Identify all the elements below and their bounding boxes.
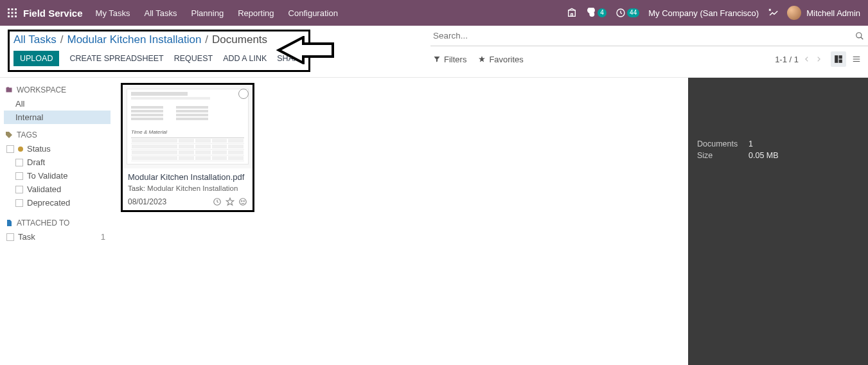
- checkbox[interactable]: [15, 159, 23, 166]
- tag-to-validate[interactable]: To Validate: [4, 169, 111, 182]
- list-view-button[interactable]: [849, 51, 864, 67]
- svg-rect-9: [569, 10, 576, 16]
- tag-dot-icon: [18, 147, 23, 152]
- svg-point-17: [240, 199, 247, 206]
- tags-section-header: TAGS: [4, 130, 111, 139]
- workspace-all[interactable]: All: [4, 97, 111, 111]
- workspace-internal[interactable]: Internal: [4, 111, 111, 124]
- svg-rect-6: [8, 15, 10, 17]
- checkbox[interactable]: [15, 199, 23, 207]
- svg-point-19: [244, 200, 244, 201]
- messaging-icon[interactable]: 4: [586, 8, 607, 18]
- star-icon[interactable]: [226, 197, 235, 206]
- menu-reporting[interactable]: Reporting: [238, 8, 274, 18]
- favorites-button[interactable]: Favorites: [478, 55, 523, 64]
- svg-point-12: [856, 32, 862, 37]
- panel-documents-label: Documents: [697, 139, 748, 148]
- breadcrumb: All Tasks / Modular Kitchen Installation…: [13, 33, 305, 46]
- arrow-annotation-icon: [276, 36, 334, 64]
- document-title: Modular Kitchen Installation.pdf: [128, 172, 247, 182]
- activities-icon[interactable]: 44: [616, 8, 639, 18]
- panel-size-value: 0.05 MB: [748, 151, 779, 160]
- messaging-badge: 4: [598, 8, 607, 17]
- checkbox[interactable]: [6, 233, 14, 241]
- svg-rect-3: [8, 12, 10, 14]
- sidebar: WORKSPACE All Internal TAGS Status Draft…: [0, 78, 114, 365]
- kanban-view-button[interactable]: [831, 51, 846, 67]
- svg-rect-0: [8, 8, 10, 10]
- pager-next[interactable]: [815, 55, 822, 63]
- breadcrumb-task[interactable]: Modular Kitchen Installation: [67, 33, 202, 46]
- pager: 1-1 / 1: [775, 55, 822, 64]
- svg-point-18: [242, 200, 242, 201]
- checkbox[interactable]: [6, 145, 14, 153]
- tag-validated[interactable]: Validated: [4, 182, 111, 196]
- owner-icon[interactable]: [238, 197, 247, 206]
- svg-rect-8: [15, 15, 17, 17]
- svg-rect-5: [15, 12, 17, 14]
- request-button[interactable]: REQUEST: [174, 54, 213, 63]
- workspace-section-header: WORKSPACE: [4, 85, 111, 94]
- svg-rect-10: [571, 13, 573, 16]
- menu-configuration[interactable]: Configuration: [288, 8, 338, 18]
- svg-rect-13: [835, 55, 838, 63]
- pager-range: 1-1 / 1: [775, 55, 799, 64]
- menu-all-tasks[interactable]: All Tasks: [145, 8, 177, 18]
- main-menu: My Tasks All Tasks Planning Reporting Co…: [96, 8, 338, 18]
- svg-rect-14: [839, 55, 842, 58]
- pager-prev[interactable]: [804, 55, 810, 63]
- breadcrumb-highlight-box: All Tasks / Modular Kitchen Installation…: [8, 30, 310, 72]
- document-date: 08/01/2023: [128, 197, 166, 206]
- attached-section-header: ATTACHED TO: [4, 218, 111, 227]
- checkbox[interactable]: [15, 172, 23, 180]
- document-task: Task: Modular Kitchen Installation: [128, 184, 247, 192]
- activity-icon[interactable]: [213, 197, 222, 206]
- user-name: Mitchell Admin: [806, 8, 860, 18]
- control-panel: All Tasks / Modular Kitchen Installation…: [0, 26, 868, 78]
- inspector-panel: Documents 1 Size 0.05 MB: [688, 78, 868, 365]
- task-count: 1: [101, 232, 108, 242]
- debug-icon[interactable]: [768, 8, 778, 18]
- apps-icon[interactable]: [8, 8, 17, 17]
- document-card[interactable]: Time & Material Modular Kitchen Installa…: [121, 83, 254, 212]
- create-spreadsheet-button[interactable]: CREATE SPREADSHEET: [69, 54, 163, 63]
- panel-size-label: Size: [697, 151, 748, 160]
- menu-planning[interactable]: Planning: [191, 8, 224, 18]
- document-thumbnail[interactable]: Time & Material: [123, 85, 252, 168]
- building-icon[interactable]: [567, 8, 577, 18]
- checkbox[interactable]: [15, 186, 23, 193]
- breadcrumb-all-tasks[interactable]: All Tasks: [13, 33, 57, 46]
- tag-status[interactable]: Status: [4, 142, 111, 156]
- action-buttons: UPLOAD CREATE SPREADSHEET REQUEST ADD A …: [13, 51, 305, 66]
- upload-button[interactable]: UPLOAD: [13, 51, 59, 66]
- svg-rect-7: [12, 15, 13, 17]
- svg-rect-1: [12, 8, 13, 10]
- main-content: Time & Material Modular Kitchen Installa…: [114, 78, 688, 365]
- avatar-icon: [787, 6, 801, 20]
- svg-rect-15: [839, 60, 842, 63]
- attached-task[interactable]: Task 1: [4, 230, 111, 244]
- search-input[interactable]: [430, 31, 855, 40]
- tag-deprecated[interactable]: Deprecated: [4, 196, 111, 209]
- panel-documents-value: 1: [748, 139, 753, 148]
- company-switcher[interactable]: My Company (San Francisco): [648, 8, 759, 18]
- add-link-button[interactable]: ADD A LINK: [223, 54, 267, 63]
- top-nav: Field Service My Tasks All Tasks Plannin…: [0, 0, 868, 26]
- filters-button[interactable]: Filters: [433, 55, 466, 64]
- user-menu[interactable]: Mitchell Admin: [787, 6, 860, 20]
- breadcrumb-current: Documents: [212, 33, 267, 46]
- select-circle[interactable]: [238, 89, 249, 99]
- menu-my-tasks[interactable]: My Tasks: [96, 8, 130, 18]
- activities-badge: 44: [627, 8, 639, 17]
- search-bar: [430, 26, 868, 46]
- search-icon[interactable]: [855, 31, 864, 40]
- tag-draft[interactable]: Draft: [4, 156, 111, 169]
- svg-rect-2: [15, 8, 17, 10]
- svg-rect-4: [12, 12, 13, 14]
- brand[interactable]: Field Service: [23, 8, 83, 19]
